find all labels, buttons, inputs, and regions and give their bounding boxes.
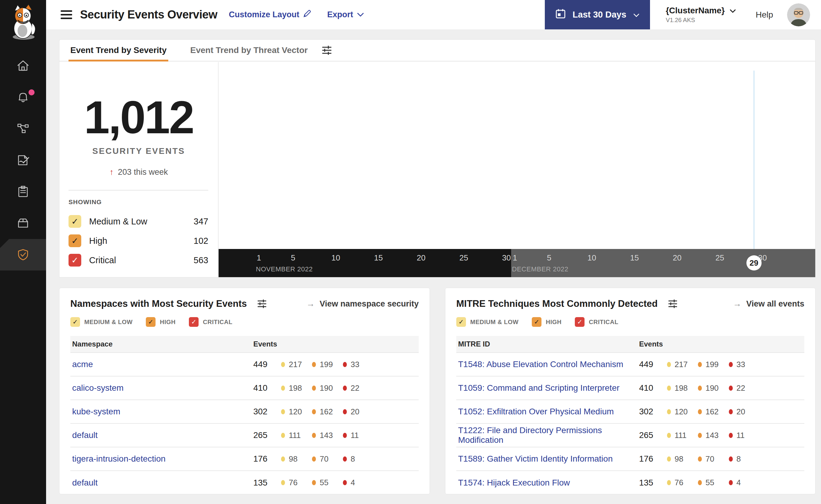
table-row: T1574: Hijack Execution Flow13576554 [456, 471, 804, 494]
axis-tick: 1 [513, 253, 517, 263]
checkbox-medium_low[interactable]: ✓ [68, 215, 81, 228]
critical-dot [343, 480, 347, 485]
view-all-events-link[interactable]: → View all events [733, 299, 804, 309]
date-range-button[interactable]: Last 30 Days [545, 0, 650, 29]
medium-low-dot [281, 456, 285, 462]
events-medium-low: 76 [667, 478, 698, 487]
filter-chip-critical[interactable]: ✓CRITICAL [189, 317, 232, 327]
table-row: T1589: Gather Victim Identity Informatio… [456, 447, 804, 471]
high-dot [312, 386, 316, 391]
chip-label: MEDIUM & LOW [470, 319, 518, 326]
sidebar-item-threat-defense[interactable] [0, 239, 46, 270]
chip-checkbox-critical[interactable]: ✓ [575, 317, 584, 327]
events-total: 410 [639, 383, 667, 393]
sidebar-item-home[interactable] [0, 50, 46, 81]
chip-checkbox-critical[interactable]: ✓ [189, 317, 198, 327]
cluster-selector[interactable]: {ClusterName} V1.26 AKS [666, 6, 736, 24]
pencil-icon [303, 9, 311, 20]
filter-chip-high[interactable]: ✓HIGH [532, 317, 561, 327]
events-cell: 44921719933 [637, 353, 804, 376]
mitre-technique-link[interactable]: T1222: File and Directory Permissions Mo… [458, 426, 602, 445]
checkbox-critical[interactable]: ✓ [68, 254, 81, 267]
events-total: 265 [253, 430, 281, 440]
tab-event-trend-by-threat-vector[interactable]: Event Trend by Threat Vector [179, 40, 308, 61]
mitre-technique-link[interactable]: T1059: Command and Scripting Interpreter [458, 383, 620, 393]
table-row: calico-system41019819022 [70, 376, 419, 400]
chart-filter-sliders-icon[interactable] [322, 45, 332, 55]
customize-layout-button[interactable]: Customize Layout [229, 9, 312, 20]
medium-low-dot [667, 409, 671, 414]
view-namespace-security-link[interactable]: → View namespace security [306, 299, 419, 309]
namespace-link[interactable]: kube-system [72, 407, 120, 416]
events-medium-low: 76 [281, 478, 312, 487]
medium-low-dot [281, 480, 285, 485]
table-row: acme44921719933 [70, 353, 419, 376]
filter-chip-medium_low[interactable]: ✓MEDIUM & LOW [456, 317, 518, 327]
table-row: T1222: File and Directory Permissions Mo… [456, 423, 804, 447]
chip-checkbox-high[interactable]: ✓ [532, 317, 541, 327]
critical-dot [729, 433, 733, 438]
legend-count: 102 [194, 236, 208, 246]
events-high: 162 [312, 407, 343, 416]
chip-label: HIGH [160, 319, 175, 326]
chip-checkbox-high[interactable]: ✓ [146, 317, 155, 327]
mitre-technique-name-cell: T1052: Exfiltration Over Physical Medium [456, 400, 637, 423]
legend-row-critical: ✓Critical563 [68, 250, 208, 270]
events-high: 199 [698, 360, 729, 369]
mitre-technique-link[interactable]: T1548: Abuse Elevation Control Mechanism [458, 360, 623, 369]
events-total: 176 [253, 454, 281, 464]
filter-chip-high[interactable]: ✓HIGH [146, 317, 175, 327]
events-cell: 17698708 [251, 447, 419, 471]
threat-defense-icon [16, 248, 30, 262]
axis-tick: 20 [673, 253, 682, 263]
selected-day-marker[interactable]: 29 [746, 255, 762, 270]
chip-label: HIGH [546, 319, 561, 326]
events-medium-low: 98 [667, 454, 698, 464]
high-dot [698, 362, 702, 367]
chart-x-axis: 151015202530NOVEMBER 2022151015202530DEC… [219, 249, 815, 277]
namespace-link[interactable]: default [72, 478, 98, 487]
chip-checkbox-medium_low[interactable]: ✓ [456, 317, 466, 327]
sidebar-item-policies[interactable] [0, 144, 46, 176]
help-link[interactable]: Help [756, 10, 773, 20]
table-header-row: NamespaceEvents [70, 336, 419, 353]
events-total: 176 [639, 454, 667, 464]
sidebar-item-network[interactable] [0, 113, 46, 144]
sidebar-item-workloads[interactable] [0, 207, 46, 239]
chip-label: CRITICAL [589, 319, 618, 326]
user-avatar[interactable] [787, 3, 810, 26]
high-dot [698, 409, 702, 414]
namespace-link[interactable]: calico-system [72, 383, 124, 393]
mitre-technique-link[interactable]: T1589: Gather Victim Identity Informatio… [458, 454, 613, 463]
mitre-technique-link[interactable]: T1052: Exfiltration Over Physical Medium [458, 407, 614, 416]
export-button[interactable]: Export [327, 10, 364, 19]
calico-cat-logo[interactable] [5, 3, 41, 40]
axis-month-label: NOVEMBER 2022 [256, 265, 313, 273]
filter-chip-medium_low[interactable]: ✓MEDIUM & LOW [70, 317, 132, 327]
namespace-link[interactable]: default [72, 430, 98, 440]
weekly-delta-text: 203 this week [118, 167, 168, 177]
filter-chip-critical[interactable]: ✓CRITICAL [575, 317, 618, 327]
events-high: 162 [698, 407, 729, 416]
mitre-filter-sliders-icon[interactable] [668, 299, 678, 309]
chip-checkbox-medium_low[interactable]: ✓ [70, 317, 80, 327]
namespace-link[interactable]: acme [72, 360, 93, 369]
event-trend-card: Event Trend by Severity Event Trend by T… [59, 39, 816, 277]
namespaces-card-title: Namespaces with Most Security Events [70, 298, 247, 309]
events-high: 190 [698, 383, 729, 393]
events-cell: 30212016220 [637, 400, 804, 423]
events-critical: 8 [729, 454, 760, 464]
mitre-technique-link[interactable]: T1574: Hijack Execution Flow [458, 478, 570, 487]
events-cell: 26511114311 [637, 423, 804, 447]
checkbox-high[interactable]: ✓ [68, 234, 81, 247]
sidebar-item-compliance[interactable] [0, 176, 46, 207]
events-cell: 13576554 [637, 471, 804, 494]
events-medium-low: 111 [667, 431, 698, 440]
namespaces-filter-sliders-icon[interactable] [257, 299, 267, 309]
hamburger-menu-icon[interactable] [61, 8, 72, 21]
axis-tick: 25 [716, 253, 724, 263]
events-high: 199 [312, 360, 343, 369]
sidebar-item-alerts[interactable] [0, 81, 46, 113]
tab-event-trend-by-severity[interactable]: Event Trend by Severity [59, 40, 166, 61]
namespace-link[interactable]: tigera-intrusion-detection [72, 454, 165, 463]
